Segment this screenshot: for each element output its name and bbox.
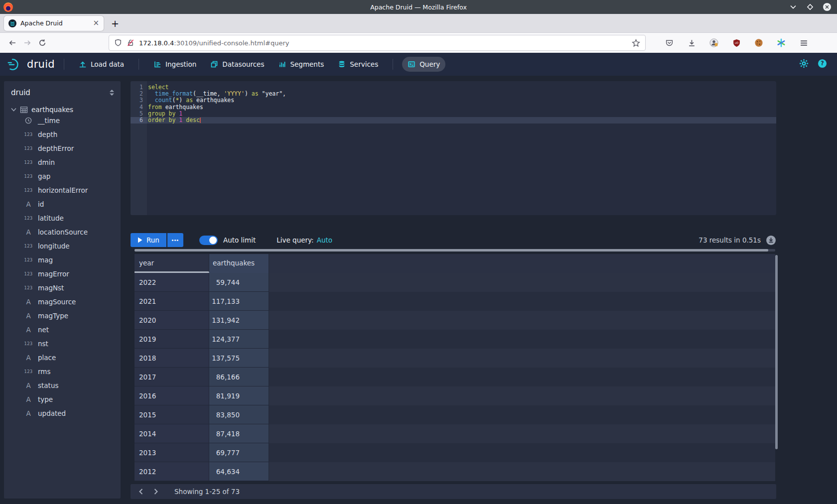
- cell-year[interactable]: 2017: [135, 368, 209, 386]
- nav-item-services[interactable]: Services: [332, 57, 384, 72]
- ublock-button[interactable]: uO: [729, 35, 744, 50]
- sidebar-column-item[interactable]: 123depth: [11, 127, 121, 141]
- sidebar-column-item[interactable]: 123longitude: [11, 239, 121, 253]
- sidebar-column-item[interactable]: 123magError: [11, 267, 121, 281]
- cell-earthquakes[interactable]: 69,777: [209, 443, 269, 462]
- table-row[interactable]: 201583,850: [135, 405, 775, 424]
- live-query-value[interactable]: Auto: [317, 236, 332, 244]
- cell-earthquakes[interactable]: 86,166: [209, 368, 269, 386]
- datasource-row[interactable]: earthquakes: [11, 106, 121, 114]
- sidebar-column-item[interactable]: __time: [11, 114, 121, 127]
- extension-asterisk-button[interactable]: [774, 35, 789, 50]
- cell-year[interactable]: 2021: [135, 292, 209, 311]
- url-bar[interactable]: 172.18.0.4:30109/unified-console.html#qu…: [109, 35, 646, 51]
- auto-limit-toggle[interactable]: [199, 236, 218, 245]
- cell-year[interactable]: 2016: [135, 386, 209, 405]
- nav-item-load-data[interactable]: Load data: [73, 57, 130, 72]
- downloads-button[interactable]: [684, 35, 699, 50]
- sidebar-column-item[interactable]: 123dmin: [11, 155, 121, 169]
- cell-earthquakes[interactable]: 131,942: [209, 311, 269, 330]
- sidebar-column-item[interactable]: 123nst: [11, 337, 121, 351]
- table-row[interactable]: 2018137,575: [135, 349, 775, 368]
- settings-button[interactable]: [799, 59, 809, 70]
- cell-earthquakes[interactable]: 64,634: [209, 462, 269, 481]
- cell-year[interactable]: 2012: [135, 462, 209, 481]
- sidebar-column-item[interactable]: Astatus: [11, 378, 121, 392]
- new-tab-button[interactable]: +: [108, 16, 123, 31]
- sidebar-column-item[interactable]: Aid: [11, 197, 121, 211]
- prev-page-button[interactable]: [134, 484, 148, 499]
- window-minimize-button[interactable]: [788, 2, 798, 12]
- cell-earthquakes[interactable]: 117,133: [209, 292, 269, 311]
- help-button[interactable]: ?: [818, 59, 827, 70]
- cell-year[interactable]: 2020: [135, 311, 209, 330]
- sidebar-column-item[interactable]: 123rms: [11, 365, 121, 378]
- account-button[interactable]: [706, 35, 721, 50]
- table-row[interactable]: 201369,777: [135, 443, 775, 462]
- column-header-earthquakes[interactable]: earthquakes: [209, 254, 269, 273]
- sidebar-column-item[interactable]: Aplace: [11, 351, 121, 365]
- forward-button[interactable]: [20, 35, 35, 50]
- browser-tab[interactable]: Apache Druid ×: [4, 16, 104, 31]
- cell-earthquakes[interactable]: 87,418: [209, 424, 269, 443]
- table-row[interactable]: 202259,744: [135, 273, 775, 292]
- sql-editor[interactable]: 1select2 time_format(__time, 'YYYY') as …: [131, 81, 776, 215]
- sidebar-column-item[interactable]: Atype: [11, 392, 121, 406]
- tab-close-button[interactable]: ×: [93, 19, 99, 27]
- bookmark-star-icon[interactable]: [632, 39, 640, 47]
- cell-year[interactable]: 2018: [135, 349, 209, 368]
- sidebar-column-item[interactable]: AlocationSource: [11, 225, 121, 239]
- sidebar-column-item[interactable]: AmagType: [11, 309, 121, 323]
- nav-item-query[interactable]: Query: [402, 57, 445, 72]
- next-page-button[interactable]: [148, 484, 163, 499]
- nav-item-ingestion[interactable]: Ingestion: [148, 57, 202, 72]
- chevron-down-icon[interactable]: [11, 108, 16, 112]
- table-row[interactable]: 201681,919: [135, 386, 775, 405]
- table-row[interactable]: 2021117,133: [135, 292, 775, 311]
- pocket-button[interactable]: [662, 35, 677, 50]
- table-row[interactable]: 2020131,942: [135, 311, 775, 330]
- sidebar-column-item[interactable]: 123gap: [11, 169, 121, 183]
- table-row[interactable]: 2019124,377: [135, 330, 775, 349]
- cell-year[interactable]: 2013: [135, 443, 209, 462]
- sidebar-column-item[interactable]: 123horizontalError: [11, 183, 121, 197]
- table-row[interactable]: 201264,634: [135, 462, 775, 481]
- reload-button[interactable]: [35, 35, 50, 50]
- download-results-button[interactable]: [766, 235, 776, 246]
- vertical-scrollbar[interactable]: [775, 255, 778, 449]
- cell-earthquakes[interactable]: 124,377: [209, 330, 269, 349]
- cell-earthquakes[interactable]: 81,919: [209, 386, 269, 405]
- window-close-button[interactable]: [822, 2, 832, 12]
- table-row[interactable]: 201786,166: [135, 368, 775, 386]
- back-button[interactable]: [5, 35, 20, 50]
- cell-earthquakes[interactable]: 137,575: [209, 349, 269, 368]
- sidebar-column-item[interactable]: 123depthError: [11, 141, 121, 155]
- cell-year[interactable]: 2022: [135, 273, 209, 292]
- menu-button[interactable]: [796, 35, 811, 50]
- window-maximize-button[interactable]: [805, 2, 815, 12]
- table-row[interactable]: 201487,418: [135, 424, 775, 443]
- cell-earthquakes[interactable]: 83,850: [209, 405, 269, 424]
- sidebar-column-item[interactable]: 123magNst: [11, 281, 121, 295]
- nav-item-datasources[interactable]: Datasources: [205, 57, 270, 72]
- datasource-name[interactable]: earthquakes: [31, 106, 73, 114]
- sidebar-column-item[interactable]: 123mag: [11, 253, 121, 267]
- sidebar-column-item[interactable]: 123latitude: [11, 211, 121, 225]
- cell-year[interactable]: 2019: [135, 330, 209, 349]
- cell-year[interactable]: 2015: [135, 405, 209, 424]
- horizontal-scrollbar-thumb[interactable]: [135, 249, 768, 252]
- caret-sort-icon[interactable]: [109, 89, 115, 96]
- nav-item-segments[interactable]: Segments: [273, 57, 329, 72]
- cookie-extension-button[interactable]: [751, 35, 766, 50]
- run-button[interactable]: Run: [131, 233, 166, 247]
- tracking-shield-icon[interactable]: [114, 39, 122, 47]
- sidebar-column-item[interactable]: AmagSource: [11, 295, 121, 309]
- cell-year[interactable]: 2014: [135, 424, 209, 443]
- insecure-lock-icon[interactable]: [127, 39, 135, 47]
- sidebar-column-item[interactable]: Aupdated: [11, 406, 121, 420]
- cell-earthquakes[interactable]: 59,744: [209, 273, 269, 292]
- run-more-button[interactable]: •••: [167, 233, 183, 247]
- sidebar-column-item[interactable]: Anet: [11, 323, 121, 337]
- column-header-year[interactable]: year: [135, 254, 209, 273]
- druid-brand[interactable]: druid: [7, 58, 55, 71]
